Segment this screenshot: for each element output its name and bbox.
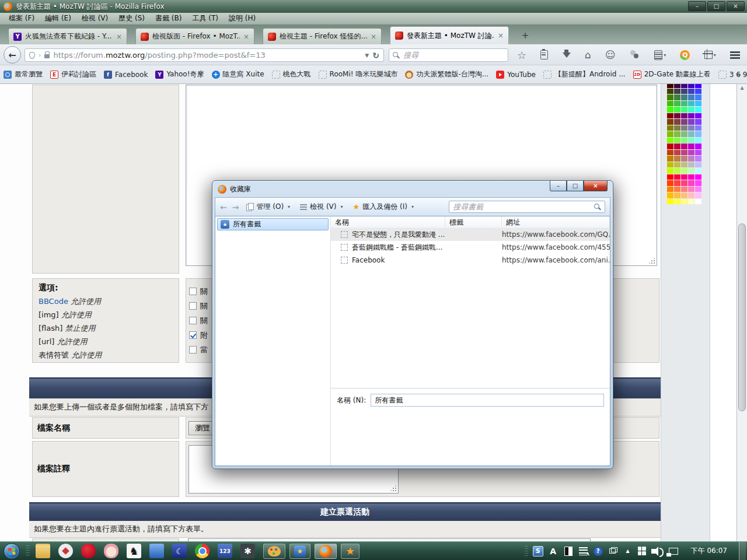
bookmark-kungfu[interactable]: 功夫派繁體版-台灣淘... — [405, 69, 488, 79]
color-swatch[interactable] — [688, 101, 694, 107]
color-swatch[interactable] — [681, 174, 687, 180]
color-swatch[interactable] — [695, 192, 701, 198]
column-header-url[interactable]: 網址 — [502, 216, 610, 228]
column-header-name[interactable]: 名稱 — [331, 216, 445, 228]
color-swatch[interactable] — [695, 150, 701, 156]
color-swatch[interactable] — [688, 180, 694, 186]
new-tab-button[interactable]: + — [517, 29, 533, 43]
bookmark-android[interactable]: 【新提醒】Android ... — [543, 69, 626, 79]
color-swatch[interactable] — [667, 150, 673, 156]
minimize-button[interactable]: – — [688, 1, 706, 11]
cat-app-icon[interactable] — [104, 544, 118, 558]
color-swatch[interactable] — [674, 144, 680, 149]
color-swatch[interactable] — [667, 174, 673, 180]
chrome-icon[interactable] — [195, 544, 210, 558]
color-swatch[interactable] — [667, 187, 673, 192]
name-field-input[interactable] — [371, 394, 604, 407]
color-swatch[interactable] — [688, 187, 694, 192]
back-button[interactable]: ← — [4, 46, 21, 64]
volume-icon[interactable] — [651, 549, 656, 554]
tab-close-icon[interactable]: × — [116, 33, 122, 41]
color-swatch[interactable] — [688, 94, 694, 100]
menu-bookmarks[interactable]: 書籤 (B) — [150, 12, 187, 24]
color-swatch[interactable] — [667, 144, 673, 149]
color-swatch[interactable] — [681, 84, 687, 88]
color-swatch[interactable] — [688, 192, 694, 198]
tab-1[interactable]: Y 火狐無法查看下載紀錄 - Y... × — [8, 28, 127, 44]
devil-app-icon[interactable] — [81, 544, 96, 558]
color-swatch[interactable] — [667, 156, 673, 162]
bookmark-eyny[interactable]: E伊莉討論區 — [50, 69, 96, 79]
tab-close-icon[interactable]: × — [243, 33, 249, 41]
palette-app-button[interactable] — [263, 544, 285, 559]
moon-app-icon[interactable]: ☾ — [172, 544, 187, 558]
color-swatch[interactable] — [695, 131, 701, 137]
downloads-icon[interactable] — [563, 52, 571, 58]
resize-grip-icon[interactable] — [650, 258, 655, 264]
clipboard-icon[interactable] — [540, 50, 548, 60]
color-swatch[interactable] — [688, 174, 694, 180]
url-bar[interactable]: › https://forum.moztw.org/posting.php?mo… — [25, 48, 384, 62]
bookmark-row[interactable]: 蒼藍鋼鐵戰艦 - 蒼藍鋼鐵戰... https://www.facebook.c… — [331, 241, 610, 254]
color-swatch[interactable] — [695, 174, 701, 180]
checkbox[interactable] — [189, 288, 197, 295]
organize-menu-button[interactable]: 管理 (O)▾ — [244, 201, 292, 213]
color-swatch[interactable] — [674, 187, 680, 192]
color-swatch[interactable] — [695, 125, 701, 131]
smiley-extension-icon[interactable]: ☺ — [605, 49, 616, 61]
archive-extension-icon[interactable]: ▾ — [654, 50, 666, 60]
sidebar-item-all-bookmarks[interactable]: ★ 所有書籤 — [217, 218, 329, 230]
color-swatch[interactable] — [674, 125, 680, 131]
color-swatch[interactable] — [667, 101, 673, 107]
color-swatch[interactable] — [674, 174, 680, 180]
start-button[interactable] — [4, 543, 20, 559]
color-swatch[interactable] — [688, 156, 694, 162]
close-button[interactable]: × — [727, 1, 745, 11]
color-swatch[interactable] — [695, 89, 701, 94]
lock-icon[interactable] — [44, 54, 50, 58]
color-swatch[interactable] — [688, 150, 694, 156]
color-swatch[interactable] — [674, 168, 680, 174]
search-input[interactable] — [403, 51, 504, 60]
bbcode-link[interactable]: BBCode — [39, 297, 68, 306]
color-swatch[interactable] — [667, 168, 673, 174]
checkbox[interactable] — [189, 331, 197, 339]
maximize-button[interactable]: □ — [707, 1, 725, 11]
color-swatch[interactable] — [688, 113, 694, 119]
color-swatch[interactable] — [681, 144, 687, 149]
bookmark-roomi[interactable]: RooMi! 嚕米玩樂城市 — [319, 69, 398, 79]
bookmark-xuite[interactable]: +隨意窩 Xuite — [212, 69, 264, 79]
url-dropdown-icon[interactable]: ▼ — [365, 52, 369, 58]
tab-3[interactable]: 檢視主題 - Firefox 怪怪的... × — [263, 28, 382, 44]
color-swatch[interactable] — [681, 168, 687, 174]
color-swatch[interactable] — [681, 131, 687, 137]
color-swatch[interactable] — [667, 192, 673, 198]
ime-menu-icon[interactable] — [578, 546, 589, 556]
color-swatch[interactable] — [695, 162, 701, 168]
menu-file[interactable]: 檔案 (F) — [4, 12, 40, 24]
color-swatch[interactable] — [681, 101, 687, 107]
bookmark-taose[interactable]: 桃色大戰 — [272, 69, 311, 79]
menu-view[interactable]: 檢視 (V) — [76, 12, 113, 24]
tab-2[interactable]: 檢視版面 - Firefox • MozT... × — [135, 28, 254, 44]
url-text[interactable]: https://forum.moztw.org/posting.php?mode… — [53, 51, 361, 60]
color-swatch[interactable] — [667, 138, 673, 144]
color-swatch[interactable] — [667, 107, 673, 113]
menu-tools[interactable]: 工具 (T) — [187, 12, 224, 24]
home-icon[interactable]: ⌂ — [585, 49, 591, 61]
bookmark-2dgate[interactable]: 2D2D-Gate 動畫線上看 — [633, 69, 711, 79]
color-swatch[interactable] — [674, 199, 680, 205]
color-swatch[interactable] — [681, 94, 687, 100]
color-swatch[interactable] — [681, 89, 687, 94]
ime-icon[interactable]: S — [533, 546, 543, 556]
color-swatch[interactable] — [674, 162, 680, 168]
firefox-taskbar-button[interactable] — [315, 544, 337, 559]
chess-app-icon[interactable]: ♞ — [127, 544, 141, 558]
color-swatch[interactable] — [688, 162, 694, 168]
color-swatch[interactable] — [667, 180, 673, 186]
color-swatch[interactable] — [674, 89, 680, 94]
color-swatch[interactable] — [681, 180, 687, 186]
ime-help-icon[interactable]: ? — [594, 547, 603, 556]
scrollbar-thumb[interactable] — [738, 223, 746, 411]
color-swatch[interactable] — [681, 187, 687, 192]
